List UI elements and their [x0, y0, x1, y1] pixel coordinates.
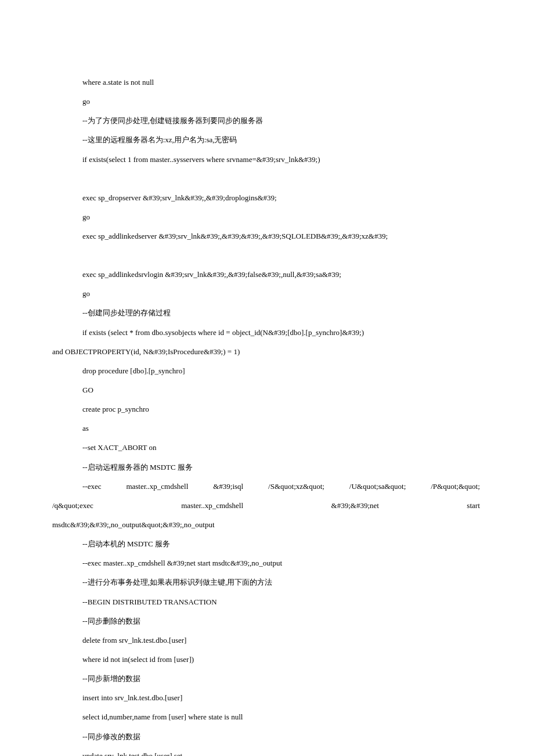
code-line: go	[52, 92, 482, 111]
code-line: delete from srv_lnk.test.dbo.[user]	[52, 631, 482, 650]
code-line: --创建同步处理的存储过程	[52, 303, 482, 322]
code-line: if exists(select 1 from master..sysserve…	[52, 150, 482, 169]
code-line: --同步删除的数据	[52, 611, 482, 631]
code-line: drop procedure [dbo].[p_synchro]	[52, 361, 482, 380]
code-line: --进行分布事务处理,如果表用标识列做主键,用下面的方法	[52, 573, 482, 592]
code-line: /q&quot;exec master..xp_cmdshell &#39;&#…	[52, 496, 482, 515]
code-line: where id not in(select id from [user])	[52, 650, 482, 669]
code-line: --exec master..xp_cmdshell &#39;isql /S&…	[52, 477, 482, 496]
code-line: update srv_lnk.test.dbo.[user] set	[52, 746, 482, 756]
code-line: insert into srv_lnk.test.dbo.[user]	[52, 688, 482, 707]
code-line: --set XACT_ABORT on	[52, 438, 482, 457]
code-line: GO	[52, 380, 482, 399]
code-line: go	[52, 207, 482, 226]
code-line: go	[52, 284, 482, 303]
code-line: --这里的远程服务器名为:xz,用户名为:sa,无密码	[52, 130, 482, 149]
code-line	[52, 246, 482, 265]
code-line	[52, 169, 482, 188]
code-line: exec sp_addlinkedserver &#39;srv_lnk&#39…	[52, 226, 482, 246]
code-line: and OBJECTPROPERTY(id, N&#39;IsProcedure…	[52, 342, 482, 361]
code-line: exec sp_dropserver &#39;srv_lnk&#39;,&#3…	[52, 188, 482, 207]
code-line: select id,number,name from [user] where …	[52, 707, 482, 726]
code-line: msdtc&#39;&#39;,no_output&quot;&#39;,no_…	[52, 515, 482, 534]
code-line: as	[52, 419, 482, 438]
code-line: if exists (select * from dbo.sysobjects …	[52, 323, 482, 342]
code-line: --启动本机的 MSDTC 服务	[52, 534, 482, 553]
code-line: --同步新增的数据	[52, 669, 482, 688]
code-document: where a.state is not nullgo--为了方便同步处理,创建…	[52, 73, 482, 756]
code-line: --为了方便同步处理,创建链接服务器到要同步的服务器	[52, 111, 482, 130]
code-line: where a.state is not null	[52, 73, 482, 92]
code-line: --同步修改的数据	[52, 727, 482, 746]
code-line: --BEGIN DISTRIBUTED TRANSACTION	[52, 592, 482, 611]
code-line: --exec master..xp_cmdshell &#39;net star…	[52, 553, 482, 573]
code-line: exec sp_addlinkedsrvlogin &#39;srv_lnk&#…	[52, 265, 482, 284]
code-line: create proc p_synchro	[52, 399, 482, 419]
code-line: --启动远程服务器的 MSDTC 服务	[52, 458, 482, 477]
